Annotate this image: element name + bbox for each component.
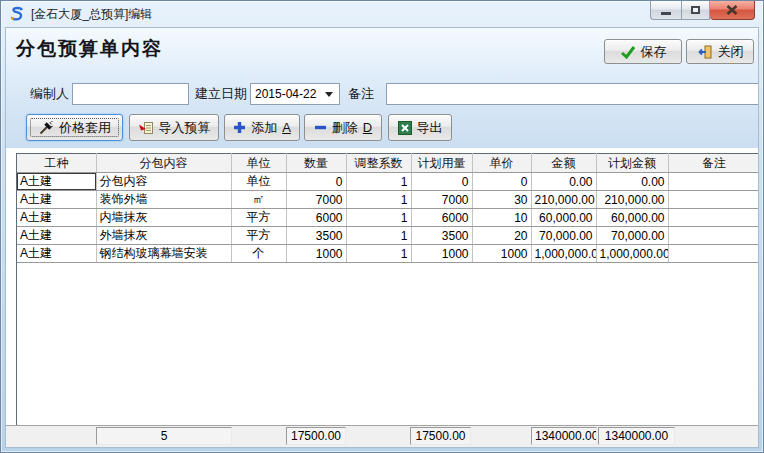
table-cell[interactable]: 1,000,000.00 [531,245,596,263]
table-cell[interactable]: 6000 [411,209,472,227]
table-cell[interactable]: 钢结构玻璃幕墙安装 [96,245,231,263]
table-cell[interactable]: 平方 [231,209,286,227]
compiler-input[interactable] [72,83,189,105]
column-header: 数量 [286,154,346,173]
window-content: 分包预算单内容 保存 关闭 编制人 建立日期 [5,27,759,448]
table-cell[interactable]: 1000 [472,245,531,263]
table-cell[interactable]: ㎡ [231,191,286,209]
date-value: 2015-04-22 [255,87,316,101]
delete-button[interactable]: 删除D [304,114,382,141]
column-header: 调整系数 [346,154,411,173]
note-input[interactable] [386,83,759,105]
app-window: [金石大厦_总预算]编辑 分包预算单内容 保存 [0,0,764,453]
table-row[interactable]: A土建外墙抹灰平方3500135002070,000.0070,000.00 [17,227,759,245]
current-cell[interactable]: A土建 [17,173,96,191]
planned-quantity-total: 17500.00 [410,427,471,445]
table-cell[interactable]: 60,000.00 [531,209,596,227]
table-cell[interactable]: 70,000.00 [596,227,668,245]
exit-door-icon [697,44,713,60]
add-label: 添加 [251,119,277,137]
table-cell[interactable]: 3500 [411,227,472,245]
table-cell[interactable]: 210,000.00 [596,191,668,209]
close-window-button[interactable] [710,1,755,20]
add-button[interactable]: 添加A [224,114,300,141]
table-cell[interactable]: 1,000,000.00 [596,245,668,263]
table-cell[interactable]: 0 [472,173,531,191]
table-cell[interactable]: 7000 [411,191,472,209]
table-cell[interactable]: A土建 [17,227,96,245]
table-cell[interactable]: 10 [472,209,531,227]
import-budget-button[interactable]: 导入预算 [129,114,219,141]
column-header: 分包内容 [96,154,231,173]
amount-total: 1340000.00 [531,427,597,445]
table-cell[interactable]: 分包内容 [96,173,231,191]
table-cell[interactable]: 1 [346,173,411,191]
table-cell[interactable]: 内墙抹灰 [96,209,231,227]
table-cell[interactable] [668,173,759,191]
apply-price-button[interactable]: 价格套用 [26,114,123,141]
minimize-button[interactable] [650,1,681,20]
table-row[interactable]: A土建分包内容单位01000.000.00 [17,173,759,191]
table-cell[interactable]: A土建 [17,245,96,263]
table-cell[interactable]: 1 [346,191,411,209]
window-controls [650,1,755,20]
column-header: 备注 [668,154,759,173]
table-cell[interactable]: 个 [231,245,286,263]
checkmark-icon [620,45,636,59]
budget-table: 工种分包内容单位数量调整系数计划用量单价金额计划金额备注 A土建分包内容单位01… [17,153,759,263]
apply-price-label: 价格套用 [59,119,111,137]
table-cell[interactable]: 0 [286,173,346,191]
delete-label: 删除 [332,119,358,137]
top-panel: 分包预算单内容 保存 关闭 编制人 建立日期 [6,28,758,148]
maximize-icon [691,6,700,14]
table-cell[interactable]: 1000 [411,245,472,263]
summary-bar: 5 17500.00 17500.00 1340000.00 1340000.0… [6,425,758,447]
app-logo-icon [9,6,25,22]
close-button-label: 关闭 [718,43,744,61]
table-cell[interactable]: 7000 [286,191,346,209]
minimize-icon [661,12,671,15]
table-cell[interactable]: 30 [472,191,531,209]
table-cell[interactable]: 外墙抹灰 [96,227,231,245]
page-title: 分包预算单内容 [16,36,163,62]
quantity-total: 17500.00 [286,427,346,445]
table-cell[interactable]: A土建 [17,191,96,209]
table-cell[interactable]: 平方 [231,227,286,245]
table-cell[interactable]: 210,000.00 [531,191,596,209]
table-cell[interactable]: 60,000.00 [596,209,668,227]
table-header-row: 工种分包内容单位数量调整系数计划用量单价金额计划金额备注 [17,154,759,173]
table-cell[interactable]: 0.00 [596,173,668,191]
note-label: 备注 [348,83,374,105]
save-button-label: 保存 [641,43,667,61]
save-button[interactable]: 保存 [604,39,682,64]
table-row[interactable]: A土建钢结构玻璃幕墙安装个10001100010001,000,000.001,… [17,245,759,263]
table-cell[interactable]: 1 [346,227,411,245]
budget-grid: 工种分包内容单位数量调整系数计划用量单价金额计划金额备注 A土建分包内容单位01… [16,153,759,425]
table-cell[interactable]: 装饰外墙 [96,191,231,209]
table-cell[interactable]: 1 [346,245,411,263]
table-cell[interactable]: 单位 [231,173,286,191]
table-cell[interactable] [668,227,759,245]
maximize-button[interactable] [681,1,710,20]
close-button[interactable]: 关闭 [686,39,754,64]
import-document-icon [138,120,154,136]
column-header: 单价 [472,154,531,173]
close-icon [726,5,738,15]
table-cell[interactable]: 1000 [286,245,346,263]
table-cell[interactable] [668,209,759,227]
table-cell[interactable]: 70,000.00 [531,227,596,245]
table-cell[interactable]: 3500 [286,227,346,245]
table-cell[interactable]: 0.00 [531,173,596,191]
export-button[interactable]: 导出 [388,114,452,141]
table-cell[interactable] [668,191,759,209]
title-bar[interactable]: [金石大厦_总预算]编辑 [1,1,763,27]
table-cell[interactable]: 0 [411,173,472,191]
table-cell[interactable]: A土建 [17,209,96,227]
table-cell[interactable]: 20 [472,227,531,245]
table-cell[interactable] [668,245,759,263]
table-cell[interactable]: 1 [346,209,411,227]
table-row[interactable]: A土建内墙抹灰平方6000160001060,000.0060,000.00 [17,209,759,227]
date-combobox[interactable]: 2015-04-22 [250,83,340,105]
table-cell[interactable]: 6000 [286,209,346,227]
table-row[interactable]: A土建装饰外墙㎡70001700030210,000.00210,000.00 [17,191,759,209]
